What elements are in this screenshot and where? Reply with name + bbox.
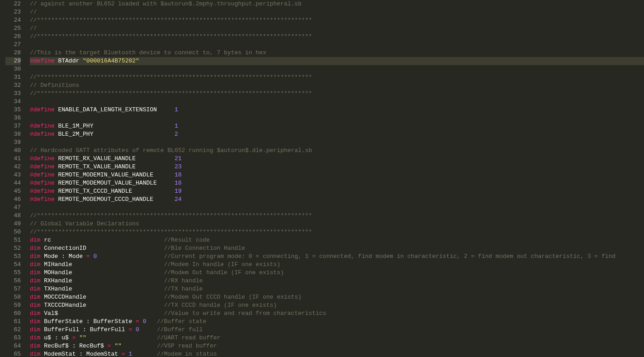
token-plain [79,57,83,64]
token-plain [132,351,157,357]
token-str: "" [114,343,122,349]
code-line[interactable]: #define BLE_2M_PHY 2 [30,130,644,138]
code-line[interactable]: dim u$ : u$ = "" //UART read buffer [30,334,644,342]
code-line[interactable]: dim TXCCCDHandle //TX CCCD handle (IF on… [30,301,644,309]
code-line[interactable]: #define ENABLE_DATA_LENGTH_EXTENSION 1 [30,106,644,114]
code-line[interactable]: dim Mode : Mode = 0 //Current program mo… [30,252,644,261]
code-line[interactable]: #define REMOTE_TX_VALUE_HANDLE 23 [30,163,644,171]
token-plain: : RecBuf$ [69,343,108,349]
line-number: 44 [5,179,21,187]
token-name: ENABLE_DATA_LENGTH_EXTENSION [58,106,156,113]
token-dim: dim [30,253,40,260]
token-comment: //Value to write and read from character… [164,310,326,317]
code-line[interactable]: #define REMOTE_TX_CCCD_HANDLE 19 [30,187,644,195]
code-line[interactable]: #define REMOTE_MODEMIN_VALUE_HANDLE 18 [30,171,644,179]
line-number: 65 [5,350,21,357]
code-line[interactable]: // Hardcoded GATT attributes of remote B… [30,147,644,155]
code-line[interactable]: //**************************************… [30,228,644,236]
line-number: 23 [5,8,21,16]
code-line[interactable] [30,138,644,147]
token-plain [139,326,157,333]
token-comment: //**************************************… [30,17,312,24]
code-line[interactable]: dim RXHandle //RX handle [30,277,644,285]
code-line[interactable]: // [30,24,644,33]
line-number: 35 [5,106,21,114]
token-comment: // Definitions [30,82,79,89]
token-name: REMOTE_MODEMIN_VALUE_HANDLE [58,171,153,178]
line-number: 38 [5,130,21,138]
token-plain: : BufferState [83,318,136,325]
token-plain [86,334,157,341]
token-plain [147,318,157,325]
token-plain [86,245,164,252]
code-area[interactable]: // against another BL652 loaded with $au… [24,0,644,357]
code-line[interactable]: //**************************************… [30,33,644,41]
line-number: 59 [5,301,21,309]
token-num: 19 [175,188,182,195]
line-number: 34 [5,98,21,106]
code-line[interactable]: #define BLE_1M_PHY 1 [30,122,644,130]
token-name: MOCCCDHandle [44,294,86,300]
code-line[interactable]: dim Val$ //Value to write and read from … [30,309,644,318]
code-line[interactable] [30,204,644,212]
code-line[interactable] [30,65,644,73]
code-line[interactable] [30,41,644,49]
code-line[interactable]: dim MIHandle //Modem In handle (IF one e… [30,261,644,269]
token-dim: dim [30,277,40,284]
code-line[interactable]: #define BTAddr "000016A4B75202" [30,57,644,65]
token-plain [122,343,157,349]
token-comment: //Result code [164,237,209,243]
token-comment: //**************************************… [30,212,312,219]
token-num: 0 [143,318,147,325]
line-number: 39 [5,138,21,147]
token-comment: //**************************************… [30,90,312,97]
code-line[interactable]: dim MOHandle //Modem Out handle (IF one … [30,269,644,277]
line-number: 54 [5,261,21,269]
line-number: 55 [5,269,21,277]
token-keyword: #define [30,131,55,138]
token-comment: // [30,9,37,15]
token-plain [97,253,164,260]
code-line[interactable] [30,114,644,122]
code-line[interactable]: //**************************************… [30,90,644,98]
code-line[interactable]: // Global Variable Declarations [30,220,644,228]
line-number: 64 [5,342,21,350]
code-line[interactable]: #define REMOTE_RX_VALUE_HANDLE 21 [30,155,644,163]
token-plain [132,326,136,333]
code-line[interactable] [30,98,644,106]
code-line[interactable]: // [30,8,644,16]
code-line[interactable]: // Definitions [30,81,644,90]
code-line[interactable]: //**************************************… [30,16,644,24]
code-line[interactable]: #define REMOTE_MODEMOUT_CCCD_HANDLE 24 [30,195,644,204]
token-dim: dim [30,286,40,292]
code-editor[interactable]: 2223242526272829303132333435363738394041… [0,0,644,357]
code-line[interactable]: //**************************************… [30,212,644,220]
code-line[interactable]: dim MOCCCDHandle //Modem Out CCCD handle… [30,293,644,301]
token-str: "000016A4B75202" [83,57,139,64]
token-plain: : Mode [58,253,86,260]
code-line[interactable]: dim RecBuf$ : RecBuf$ = "" //VSP read bu… [30,342,644,350]
code-line[interactable]: dim rc //Result code [30,236,644,244]
token-keyword: #define [30,106,55,113]
line-number-gutter: 2223242526272829303132333435363738394041… [0,0,24,357]
code-line[interactable]: //This is the target Bluetooth device to… [30,49,644,57]
code-line[interactable]: //**************************************… [30,73,644,81]
line-number: 48 [5,212,21,220]
code-line[interactable]: dim ConnectionID //Ble Connection Handle [30,244,644,252]
token-keyword: #define [30,57,55,64]
token-keyword: #define [30,196,55,203]
code-line[interactable]: #define REMOTE_MODEMOUT_VALUE_HANDLE 16 [30,179,644,187]
token-num: 18 [175,171,182,178]
token-name: BufferFull [44,326,79,333]
code-line[interactable]: dim ModemStat : ModemStat = 1 //Modem in… [30,350,644,357]
code-line[interactable]: dim BufferFull : BufferFull = 0 //Buffer… [30,326,644,334]
line-number: 52 [5,244,21,252]
token-plain [58,310,164,317]
code-line[interactable]: dim BufferState : BufferState = 0 //Buff… [30,318,644,326]
code-line[interactable]: // against another BL652 loaded with $au… [30,0,644,8]
token-plain: : BufferFull [79,326,128,333]
code-line[interactable]: dim TXHandle //TX handle [30,285,644,293]
token-plain [93,123,174,129]
token-num: 0 [136,326,139,333]
token-num: 21 [175,155,182,162]
